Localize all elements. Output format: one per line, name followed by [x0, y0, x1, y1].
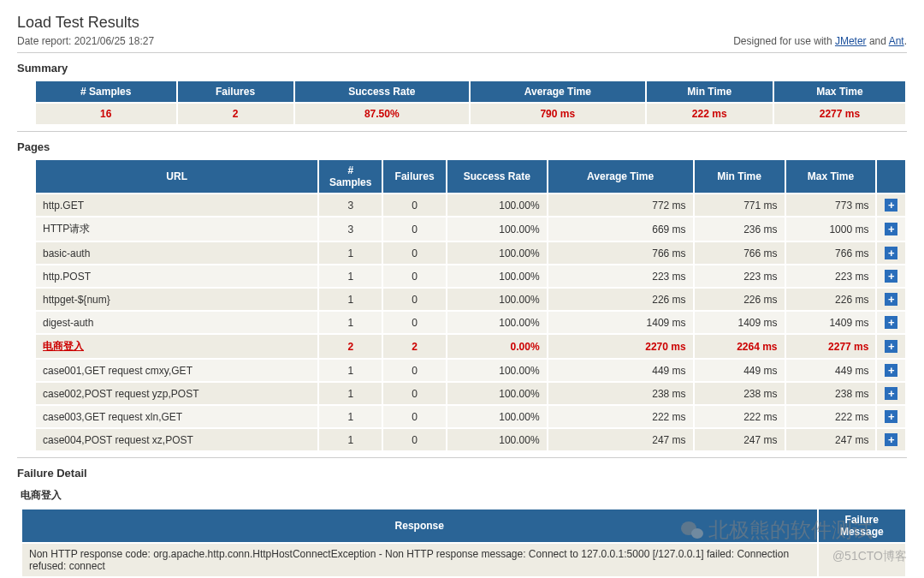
fail-url-link[interactable]: 电商登入: [43, 340, 84, 352]
cell-samples: 3: [318, 217, 382, 241]
cell-rate: 100.00%: [447, 288, 548, 311]
expand-icon[interactable]: +: [885, 364, 897, 377]
summary-avg: 790 ms: [470, 103, 646, 125]
cell-avg: 2270 ms: [548, 334, 694, 359]
th-pavg: Average Time: [548, 159, 694, 194]
cell-max: 223 ms: [785, 265, 877, 288]
ant-link[interactable]: Ant: [889, 35, 904, 47]
cell-rate: 100.00%: [447, 311, 548, 334]
th-pmin: Min Time: [694, 159, 785, 194]
section-pages: Pages: [17, 140, 907, 153]
cell-expand: +: [876, 334, 906, 359]
table-row: Non HTTP response code: org.apache.http.…: [21, 543, 906, 577]
cell-samples: 3: [318, 194, 382, 217]
cell-url: case001,GET request cmxy,GET: [35, 359, 318, 382]
expand-icon[interactable]: +: [885, 410, 897, 423]
cell-max: 222 ms: [785, 405, 877, 428]
cell-expand: +: [876, 265, 906, 288]
cell-avg: 449 ms: [548, 359, 694, 382]
table-row: httpget-${num}10100.00%226 ms226 ms226 m…: [35, 288, 906, 311]
cell-failures: 0: [382, 359, 447, 382]
cell-avg: 222 ms: [548, 405, 694, 428]
cell-rate: 100.00%: [447, 194, 548, 217]
cell-min: 222 ms: [694, 405, 785, 428]
cell-samples: 1: [318, 311, 382, 334]
designed-for: Designed for use with JMeter and Ant.: [733, 35, 907, 47]
expand-icon[interactable]: +: [885, 223, 897, 235]
expand-icon[interactable]: +: [885, 293, 897, 306]
section-summary: Summary: [17, 62, 907, 74]
cell-min: 247 ms: [694, 428, 785, 451]
expand-icon[interactable]: +: [885, 199, 897, 212]
cell-max: 766 ms: [785, 241, 877, 265]
cell-max: 1000 ms: [785, 217, 877, 241]
cell-failures: 0: [382, 382, 447, 405]
cell-min: 449 ms: [694, 359, 785, 382]
cell-failures: 0: [382, 405, 447, 428]
th-max: Max Time: [773, 80, 906, 103]
cell-url: basic-auth: [35, 241, 318, 265]
table-row: 电商登入220.00%2270 ms2264 ms2277 ms+: [35, 334, 906, 359]
cell-avg: 226 ms: [548, 288, 694, 311]
page-title: Load Test Results: [17, 14, 907, 32]
expand-icon[interactable]: +: [885, 387, 897, 400]
cell-rate: 0.00%: [447, 334, 548, 359]
cell-failures: 0: [382, 288, 447, 311]
table-row: case003,GET request xln,GET10100.00%222 …: [35, 405, 906, 428]
failure-subhead: 电商登入: [21, 488, 907, 503]
cell-expand: +: [876, 288, 906, 311]
cell-samples: 1: [318, 241, 382, 265]
cell-expand: +: [876, 405, 906, 428]
table-row: digest-auth10100.00%1409 ms1409 ms1409 m…: [35, 311, 906, 334]
cell-failures: 0: [382, 194, 447, 217]
table-row: http.GET30100.00%772 ms771 ms773 ms+: [35, 194, 906, 217]
cell-max: 1409 ms: [785, 311, 877, 334]
table-row: basic-auth10100.00%766 ms766 ms766 ms+: [35, 241, 906, 265]
section-failure: Failure Detail: [17, 467, 907, 480]
cell-expand: +: [876, 428, 906, 451]
th-pfailures: Failures: [382, 159, 447, 194]
period: .: [904, 35, 907, 47]
cell-samples: 1: [318, 265, 382, 288]
cell-avg: 223 ms: [548, 265, 694, 288]
cell-rate: 100.00%: [447, 265, 548, 288]
cell-rate: 100.00%: [447, 217, 548, 241]
cell-avg: 238 ms: [548, 382, 694, 405]
cell-url: http.POST: [35, 265, 318, 288]
expand-icon[interactable]: +: [885, 247, 897, 259]
cell-rate: 100.00%: [447, 241, 548, 265]
th-expand: [876, 159, 906, 194]
cell-max: 238 ms: [785, 382, 877, 405]
th-url: URL: [35, 159, 318, 194]
summary-min: 222 ms: [646, 103, 773, 125]
cell-url: HTTP请求: [35, 217, 318, 241]
expand-icon[interactable]: +: [885, 316, 897, 329]
expand-icon[interactable]: +: [885, 340, 897, 353]
th-psamples: # Samples: [318, 159, 382, 194]
cell-rate: 100.00%: [447, 405, 548, 428]
and-text: and: [867, 35, 889, 47]
cell-min: 771 ms: [694, 194, 785, 217]
expand-icon[interactable]: +: [885, 270, 897, 283]
cell-failures: 0: [382, 217, 447, 241]
cell-url: case002,POST request yzp,POST: [35, 382, 318, 405]
cell-expand: +: [876, 241, 906, 265]
cell-max: 2277 ms: [785, 334, 877, 359]
table-row: case002,POST request yzp,POST10100.00%23…: [35, 382, 906, 405]
cell-max: 226 ms: [785, 288, 877, 311]
cell-avg: 772 ms: [548, 194, 694, 217]
cell-samples: 1: [318, 359, 382, 382]
th-pmax: Max Time: [785, 159, 877, 194]
cell-url: httpget-${num}: [35, 288, 318, 311]
cell-avg: 766 ms: [548, 241, 694, 265]
cell-avg: 1409 ms: [548, 311, 694, 334]
cell-response: Non HTTP response code: org.apache.http.…: [21, 543, 818, 577]
jmeter-link[interactable]: JMeter: [835, 35, 867, 47]
summary-samples: 16: [35, 103, 177, 125]
cell-samples: 1: [318, 405, 382, 428]
cell-failures: 2: [382, 334, 447, 359]
cell-min: 223 ms: [694, 265, 785, 288]
cell-min: 2264 ms: [694, 334, 785, 359]
expand-icon[interactable]: +: [885, 433, 897, 446]
failure-table: Response Failure Message Non HTTP respon…: [21, 508, 907, 578]
